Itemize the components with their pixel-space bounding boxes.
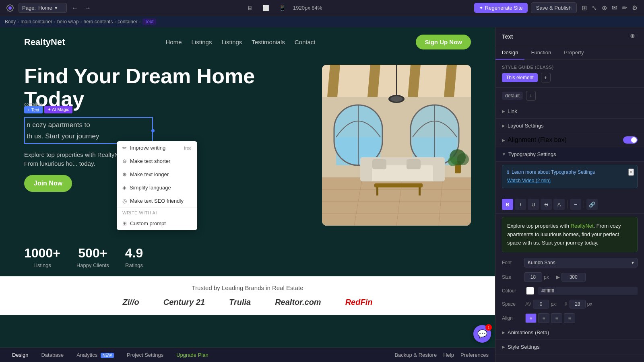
info-box: ✕ ℹ Learn more about Typography Settings… — [502, 165, 638, 188]
nav-listings-1[interactable]: Listings — [192, 39, 212, 45]
breadcrumb-sep-4: › — [114, 19, 116, 25]
preferences-link[interactable]: Preferences — [460, 352, 489, 358]
alignment-toggle[interactable] — [623, 136, 638, 144]
align-center-button[interactable]: ≡ — [538, 313, 549, 323]
animations-header[interactable]: ▶ Animations (Beta) — [495, 325, 644, 340]
breadcrumb-hero-contents[interactable]: hero contents — [83, 19, 113, 25]
edit-icon[interactable]: ✏ — [620, 2, 629, 13]
stat-clients: 500+ Happy Clients — [76, 246, 109, 268]
shorter-icon: ⊖ — [122, 158, 127, 164]
logo-icon[interactable] — [5, 3, 15, 13]
underline-button[interactable]: U — [528, 199, 539, 210]
text-preview[interactable]: Explore top properties with RealtyNet. F… — [502, 217, 638, 252]
layout-settings-header[interactable]: ▶ Layout Settings — [495, 119, 644, 133]
breadcrumb-body[interactable]: Body — [5, 19, 16, 25]
italic-button[interactable]: I — [515, 199, 526, 210]
breadcrumb-container[interactable]: container — [118, 19, 137, 25]
color-value[interactable]: #ffffffff — [538, 287, 638, 295]
breadcrumb-main-container[interactable]: main container — [21, 19, 52, 25]
tab-analytics[interactable]: Analytics NEW — [71, 350, 120, 360]
tab-panel-design[interactable]: Design — [495, 46, 524, 60]
grid-icon[interactable]: ⊞ — [580, 2, 588, 13]
redo-button[interactable]: → — [83, 3, 93, 13]
ai-seo[interactable]: ◎ Make text SEO friendly — [117, 194, 197, 208]
write-with-ai-label: WRITE WITH AI — [117, 208, 197, 217]
backup-restore-link[interactable]: Backup & Restore — [394, 352, 437, 358]
panel-eye-icon[interactable]: 👁 — [628, 31, 638, 42]
ai-make-shorter[interactable]: ⊖ Make text shorter — [117, 154, 197, 168]
sign-up-now-button[interactable]: Sign Up Now — [416, 35, 471, 49]
pencil-icon: ✏ — [122, 145, 127, 151]
text-element-wrapper: container + Text ✦ AI Magic n cozy apart… — [24, 117, 306, 144]
add-class-button[interactable]: + — [541, 73, 551, 82]
ai-simplify[interactable]: ◈ Simplify language — [117, 181, 197, 194]
align-right-button[interactable]: ≡ — [551, 313, 562, 323]
font-selector[interactable]: Kumbh Sans ▾ — [524, 258, 638, 267]
ai-make-longer[interactable]: ⊕ Make text longer — [117, 168, 197, 181]
info-box-link[interactable]: Watch Video (2 min) — [507, 178, 551, 183]
align-justify-button[interactable]: ≡ — [564, 313, 575, 323]
highlight-button[interactable]: A — [553, 199, 565, 210]
stats-row: 1000+ Listings 500+ Happy Clients 4.9 Ra… — [0, 246, 495, 276]
nav-contact[interactable]: Contact — [295, 39, 316, 45]
panel-tabs: Design Function Property — [495, 46, 644, 60]
ai-magic-button[interactable]: ✦ AI Magic — [44, 106, 72, 113]
join-now-button[interactable]: Join Now — [24, 175, 72, 192]
this-element-badge[interactable]: This element — [502, 73, 538, 82]
default-class-row: default + — [495, 88, 644, 104]
minus-button[interactable]: − — [570, 199, 581, 210]
tab-panel-function[interactable]: Function — [524, 46, 557, 60]
typography-settings-header[interactable]: ▼ Typography Settings — [495, 147, 644, 162]
style-settings-header[interactable]: ▶ Style Settings — [495, 340, 644, 354]
preview-nav-links: Home Listings Listings Testimonials Cont… — [166, 39, 316, 45]
save-publish-button[interactable]: Save & Publish — [531, 2, 577, 13]
nav-home[interactable]: Home — [166, 39, 182, 45]
layers-icon[interactable]: ⊕ — [600, 2, 609, 13]
desktop-view-button[interactable]: 🖥 — [245, 4, 255, 12]
mail-icon[interactable]: ✉ — [610, 2, 619, 13]
ai-custom-prompt[interactable]: ⊞ Custom prompt — [117, 217, 197, 230]
link-section-header[interactable]: ▶ Link — [495, 104, 644, 119]
size-input[interactable] — [524, 272, 542, 282]
weight-input[interactable] — [561, 273, 586, 282]
brand-zillo: Zi//o — [123, 298, 139, 307]
letter-spacing-input[interactable] — [533, 300, 549, 309]
add-default-class-button[interactable]: + — [526, 91, 536, 101]
line-spacing-input[interactable] — [570, 300, 586, 309]
help-link[interactable]: Help — [443, 352, 454, 358]
svg-rect-31 — [372, 159, 386, 169]
undo-button[interactable]: ← — [70, 3, 80, 13]
link-format-button[interactable]: 🔗 — [586, 199, 598, 210]
expand-icon[interactable]: ⤡ — [590, 2, 599, 13]
tab-database[interactable]: Database — [35, 350, 69, 360]
regenerate-button[interactable]: ✦ Regenerate Site — [474, 3, 528, 13]
page-label: Page: — [22, 5, 36, 11]
bold-button[interactable]: B — [502, 199, 513, 210]
ai-improve-writing[interactable]: ✏ Improve writing free — [117, 141, 197, 154]
brand-redfin: RedFin — [345, 298, 373, 307]
default-class-badge[interactable]: default — [502, 92, 523, 100]
nav-testimonials[interactable]: Testimonials — [252, 39, 285, 45]
chat-badge: 1 — [485, 324, 492, 331]
text-element[interactable]: n cozy apartments toth us. Start your jo… — [24, 117, 153, 144]
tablet-view-button[interactable]: ⬜ — [260, 4, 272, 12]
close-info-button[interactable]: ✕ — [628, 169, 634, 176]
breadcrumb-text-active[interactable]: Text — [142, 19, 156, 25]
tab-upgrade-plan[interactable]: Upgrade Plan — [171, 350, 214, 360]
tab-project-settings[interactable]: Project Settings — [121, 350, 169, 360]
align-left-button[interactable]: ≡ — [525, 313, 537, 323]
page-selector[interactable]: Page: Home ▾ — [19, 3, 67, 13]
breadcrumb-hero-wrap[interactable]: hero wrap — [57, 19, 78, 25]
link-section-left: ▶ Link — [502, 108, 517, 114]
color-swatch[interactable] — [526, 287, 534, 295]
layout-settings-label: Layout Settings — [508, 123, 544, 129]
settings-icon[interactable]: ⚙ — [630, 2, 639, 13]
nav-listings-2[interactable]: Listings — [221, 39, 242, 45]
link-expand-icon: ▶ — [502, 109, 505, 113]
tab-design[interactable]: Design — [6, 350, 34, 360]
mobile-view-button[interactable]: 📱 — [277, 4, 288, 12]
strikethrough-button[interactable]: S — [541, 199, 552, 210]
tab-panel-property[interactable]: Property — [557, 46, 590, 60]
chat-bubble[interactable]: 💬 1 — [473, 325, 491, 343]
text-toolbar-text-btn[interactable]: + Text — [24, 106, 43, 113]
